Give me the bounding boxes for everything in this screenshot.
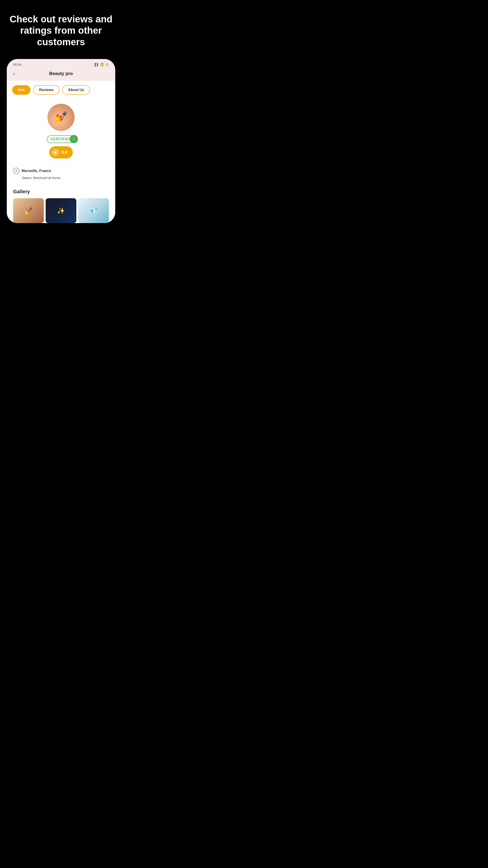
rating-value: 5.0 — [61, 150, 67, 155]
profile-section: CERTIFIED ✓ ★ 5.0 — [7, 99, 115, 165]
gallery-item-3[interactable]: 💎 — [78, 198, 109, 223]
location-icon: ⊙ — [13, 168, 20, 174]
avatar — [47, 104, 74, 131]
certified-shield-icon: ✓ — [70, 135, 78, 143]
rating-pill: ★ 5.0 — [49, 146, 72, 158]
signal-icon: ▌▌ — [95, 63, 99, 66]
status-bar: 00:04 ▌▌ 📶 🔋 — [7, 59, 115, 69]
tab-info[interactable]: Info — [12, 85, 31, 95]
certified-badge: CERTIFIED ✓ — [47, 135, 75, 143]
tab-reviews[interactable]: Reviews — [33, 85, 59, 95]
battery-icon: 🔋 — [105, 63, 109, 66]
nav-bar: ‹ Beauty pro — [7, 69, 115, 81]
star-icon: ★ — [52, 149, 59, 156]
gallery-item-2[interactable]: ✨ — [46, 198, 76, 223]
location-row: ⊙ Marseille, France — [13, 168, 109, 174]
gallery-title: Gallery — [13, 189, 109, 195]
back-button[interactable]: ‹ — [13, 70, 15, 77]
status-text: Status: Received at home — [22, 176, 109, 180]
status-icons: ▌▌ 📶 🔋 — [95, 63, 109, 66]
tab-about-us[interactable]: About Us — [62, 85, 90, 95]
avatar-image — [47, 104, 74, 131]
page-title: Beauty pro — [49, 71, 73, 76]
phone-mockup: 00:04 ▌▌ 📶 🔋 ‹ Beauty pro Info Reviews A… — [7, 59, 115, 223]
status-time: 00:04 — [13, 63, 22, 66]
location-text: Marseille, France — [22, 169, 51, 173]
hero-title: Check out reviews and ratings from other… — [0, 0, 122, 59]
certified-label: CERTIFIED — [51, 137, 71, 141]
gallery-item-1[interactable]: 💅 — [13, 198, 44, 223]
info-section: ⊙ Marseille, France Status: Received at … — [7, 165, 115, 184]
tab-bar: Info Reviews About Us — [7, 81, 115, 99]
wifi-icon: 📶 — [100, 63, 104, 66]
gallery-section: Gallery 💅 ✨ 💎 — [7, 184, 115, 223]
gallery-grid: 💅 ✨ 💎 — [13, 198, 109, 223]
